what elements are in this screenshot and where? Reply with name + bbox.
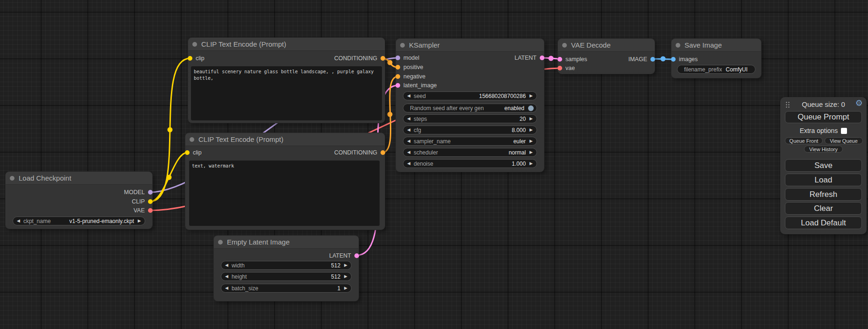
input-slot-positive[interactable]: positive <box>395 63 423 71</box>
output-slot-conditioning[interactable]: CONDITIONING <box>334 148 385 157</box>
node-vae-decode[interactable]: VAE Decode samples vae IMAGE <box>558 39 655 74</box>
node-titlebar[interactable]: KSampler <box>396 39 544 52</box>
collapse-dot-icon[interactable] <box>190 137 194 142</box>
widget-height[interactable]: height 512 <box>221 272 352 281</box>
decrement-arrow-icon[interactable] <box>407 94 410 98</box>
node-titlebar[interactable]: CLIP Text Encode (Prompt) <box>185 133 385 146</box>
slot-dot-icon[interactable] <box>148 190 153 195</box>
slot-dot-icon[interactable] <box>354 253 359 258</box>
increment-arrow-icon[interactable] <box>138 219 141 223</box>
decrement-arrow-icon[interactable] <box>225 263 228 267</box>
collapse-dot-icon[interactable] <box>562 43 567 48</box>
widget-filename-prefix[interactable]: filename_prefix ComfyUI <box>677 65 755 74</box>
slot-dot-icon[interactable] <box>185 150 190 155</box>
slot-dot-icon[interactable] <box>381 56 385 61</box>
node-titlebar[interactable]: Empty Latent Image <box>214 236 359 249</box>
slot-dot-icon[interactable] <box>148 199 153 204</box>
clear-button[interactable]: Clear <box>785 202 862 215</box>
widget-batch-size[interactable]: batch_size 1 <box>221 284 352 293</box>
extra-options-checkbox[interactable] <box>841 128 847 134</box>
slot-dot-icon[interactable] <box>395 65 400 70</box>
node-save-image[interactable]: Save Image images filename_prefix ComfyU… <box>671 39 761 78</box>
output-slot-conditioning[interactable]: CONDITIONING <box>334 54 385 63</box>
output-slot-clip[interactable]: CLIP <box>132 197 153 206</box>
prompt-textarea[interactable]: beautiful scenery nature glass bottle la… <box>191 66 382 120</box>
decrement-arrow-icon[interactable] <box>407 139 410 143</box>
node-clip-text-encode-negative[interactable]: CLIP Text Encode (Prompt) clip CONDITION… <box>185 133 385 230</box>
widget-seed[interactable]: seed 156680208700286 <box>403 91 537 100</box>
slot-dot-icon[interactable] <box>395 83 400 88</box>
increment-arrow-icon[interactable] <box>529 150 533 154</box>
slot-dot-icon[interactable] <box>188 56 192 61</box>
decrement-arrow-icon[interactable] <box>407 161 410 166</box>
node-titlebar[interactable]: CLIP Text Encode (Prompt) <box>188 38 385 51</box>
queue-front-button[interactable]: Queue Front <box>785 137 823 144</box>
node-ksampler[interactable]: KSampler model positive negative latent_… <box>396 39 544 172</box>
load-button[interactable]: Load <box>785 174 862 186</box>
decrement-arrow-icon[interactable] <box>407 128 410 132</box>
node-load-checkpoint[interactable]: Load Checkpoint MODEL CLIP VAE ckpt_name… <box>6 172 152 229</box>
view-queue-button[interactable]: View Queue <box>825 137 863 144</box>
node-clip-text-encode-positive[interactable]: CLIP Text Encode (Prompt) clip CONDITION… <box>188 38 385 123</box>
output-slot-image[interactable]: IMAGE <box>628 55 655 63</box>
node-titlebar[interactable]: Load Checkpoint <box>6 172 152 185</box>
input-slot-model[interactable]: model <box>395 54 419 62</box>
input-slot-samples[interactable]: samples <box>557 55 587 63</box>
widget-scheduler[interactable]: scheduler normal <box>403 148 537 157</box>
input-slot-negative[interactable]: negative <box>395 72 425 81</box>
prompt-textarea[interactable]: text, watermark <box>189 161 380 226</box>
graph-canvas[interactable]: Load Checkpoint MODEL CLIP VAE ckpt_name… <box>0 0 868 329</box>
collapse-dot-icon[interactable] <box>192 42 197 47</box>
view-history-button[interactable]: View History <box>804 146 843 153</box>
slot-dot-icon[interactable] <box>395 56 400 60</box>
increment-arrow-icon[interactable] <box>344 286 347 290</box>
widget-steps[interactable]: steps 20 <box>403 114 537 123</box>
collapse-dot-icon[interactable] <box>10 176 14 181</box>
slot-dot-icon[interactable] <box>540 56 544 60</box>
slot-dot-icon[interactable] <box>650 57 655 62</box>
settings-gear-icon[interactable]: ⚙ <box>855 99 863 107</box>
decrement-arrow-icon[interactable] <box>407 150 410 154</box>
slot-dot-icon[interactable] <box>557 66 562 70</box>
widget-ckpt-name[interactable]: ckpt_name v1-5-pruned-emaonly.ckpt <box>13 217 145 225</box>
increment-arrow-icon[interactable] <box>529 139 533 143</box>
queue-prompt-button[interactable]: Queue Prompt <box>785 111 862 123</box>
widget-random-seed-toggle[interactable]: Random seed after every gen enabled <box>403 104 537 112</box>
collapse-dot-icon[interactable] <box>218 240 223 245</box>
widget-sampler-name[interactable]: sampler_name euler <box>403 137 537 146</box>
increment-arrow-icon[interactable] <box>529 161 533 166</box>
slot-dot-icon[interactable] <box>557 57 562 62</box>
output-slot-latent[interactable]: LATENT <box>515 54 544 62</box>
collapse-dot-icon[interactable] <box>676 43 680 48</box>
increment-arrow-icon[interactable] <box>529 94 533 98</box>
widget-cfg[interactable]: cfg 8.000 <box>403 126 537 134</box>
output-slot-model[interactable]: MODEL <box>124 188 153 196</box>
collapse-dot-icon[interactable] <box>400 43 405 48</box>
load-default-button[interactable]: Load Default <box>785 217 862 229</box>
input-slot-clip[interactable]: clip <box>188 54 205 63</box>
slot-dot-icon[interactable] <box>148 208 153 213</box>
input-slot-latent-image[interactable]: latent_image <box>395 81 437 90</box>
increment-arrow-icon[interactable] <box>529 128 533 132</box>
increment-arrow-icon[interactable] <box>344 263 347 267</box>
slot-dot-icon[interactable] <box>381 150 385 155</box>
increment-arrow-icon[interactable] <box>344 274 347 279</box>
increment-arrow-icon[interactable] <box>529 117 533 121</box>
input-slot-clip[interactable]: clip <box>185 148 202 157</box>
input-slot-vae[interactable]: vae <box>557 64 575 72</box>
slot-dot-icon[interactable] <box>671 57 676 62</box>
output-slot-vae[interactable]: VAE <box>134 206 153 215</box>
decrement-arrow-icon[interactable] <box>225 274 228 279</box>
output-slot-latent[interactable]: LATENT <box>329 252 359 260</box>
decrement-arrow-icon[interactable] <box>407 117 410 121</box>
node-titlebar[interactable]: VAE Decode <box>558 39 655 52</box>
toggle-circle-icon[interactable] <box>528 105 534 111</box>
input-slot-images[interactable]: images <box>671 55 698 63</box>
decrement-arrow-icon[interactable] <box>225 286 228 290</box>
node-titlebar[interactable]: Save Image <box>671 39 761 52</box>
node-empty-latent-image[interactable]: Empty Latent Image LATENT width 512 heig… <box>214 236 359 301</box>
slot-dot-icon[interactable] <box>395 74 400 79</box>
decrement-arrow-icon[interactable] <box>17 219 20 223</box>
widget-width[interactable]: width 512 <box>221 261 352 270</box>
save-button[interactable]: Save <box>785 159 862 172</box>
